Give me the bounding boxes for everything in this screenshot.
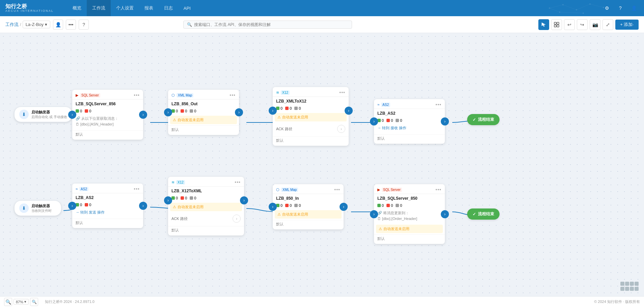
node-title-as2-2: LZB_AS2 xyxy=(72,193,143,201)
node-sqlserver-856[interactable]: › ▶ SQL Server ••• LZB_SQLServer_856 0 0… xyxy=(72,90,143,140)
search-input[interactable] xyxy=(194,22,348,27)
connector-in-x12-2[interactable]: › xyxy=(164,196,172,204)
end-node-2[interactable]: ✓ 流程结束 xyxy=(467,208,500,220)
add-button[interactable]: + 添加· xyxy=(615,20,639,30)
node-header-x12-2: ≋ X12 ••• xyxy=(168,177,244,187)
node-header-xml1: ⬡ XML Map ••• xyxy=(168,90,239,100)
node-footer-sql1: 默认 xyxy=(72,130,143,140)
more-options-button[interactable]: ••• xyxy=(66,20,76,30)
search-icon: 🔍 xyxy=(187,22,192,27)
node-xmlmap-850in[interactable]: › ⬡ XML Map ••• LZB_850_In 0 0 0 ⚠ xyxy=(273,184,344,229)
xmlmap-icon: ⬡ xyxy=(171,93,175,97)
node-more-sql1[interactable]: ••• xyxy=(134,92,140,98)
connector-out-as2-1[interactable]: › xyxy=(441,117,449,125)
connector-in-as2-2[interactable]: › xyxy=(68,202,76,210)
nav-log[interactable]: 日志 xyxy=(159,0,178,16)
as2-icon-2: ≈ xyxy=(76,187,78,191)
connector-in-sql1[interactable]: › xyxy=(68,111,76,119)
nav-personal[interactable]: 个人设置 xyxy=(111,0,139,16)
help-button[interactable]: ? xyxy=(79,20,89,30)
node-title-x12-1: LZB_XMLToX12 xyxy=(273,97,349,105)
connector-out-xml1[interactable]: › xyxy=(235,108,243,116)
node-more-as2-2[interactable]: ••• xyxy=(134,186,140,192)
connector-out-xml2[interactable]: › xyxy=(340,203,348,211)
undo-button[interactable]: ↩ xyxy=(564,19,575,30)
svg-point-3 xyxy=(589,3,591,5)
screenshot-button[interactable]: 📷 xyxy=(590,19,600,30)
x12-icon-2: ≋ xyxy=(171,180,175,185)
node-title-sql2: LZB_SQLServer_850 xyxy=(374,194,445,202)
node-as2-top[interactable]: › ≈ AS2 ••• LZB_AS2 0 0 0 → 转到 接收 操作 xyxy=(374,99,445,144)
select-tool-button[interactable] xyxy=(538,19,549,30)
node-title-xml1: LZB_856_Out xyxy=(168,100,239,108)
node-sqlserver-850[interactable]: › ▶ SQL Server ••• LZB_SQLServer_850 0 0… xyxy=(374,184,445,244)
layout-button[interactable] xyxy=(551,19,562,30)
nav-right-actions: ⚙ ? 👤 xyxy=(602,3,639,13)
as2-receive-link[interactable]: → 转到 接收 操作 xyxy=(377,126,406,130)
node-info-as2-2: → 转到 发送 操作 xyxy=(72,208,143,217)
zoom-level-display[interactable]: 87% ▾ xyxy=(14,299,29,305)
ack-label-x12-2: ACK 路径 xyxy=(171,216,188,221)
nav-workflow[interactable]: 工作流 xyxy=(87,0,111,16)
svg-point-6 xyxy=(583,12,584,14)
node-stats-x12-1: 0 0 0 xyxy=(273,105,349,112)
node-more-xml2[interactable]: ••• xyxy=(334,187,340,192)
node-x12-x12toxml[interactable]: › ≋ X12 ••• LZB_X12ToXML 0 0 0 ⚠ xyxy=(168,177,244,235)
node-x12-xmltox12[interactable]: › ≋ X12 ••• LZB_XMLToX12 0 0 0 ⚠ xyxy=(273,87,349,146)
nav-api[interactable]: API xyxy=(178,0,196,16)
node-more-xml1[interactable]: ••• xyxy=(230,92,236,98)
expand-button[interactable]: ⤢ xyxy=(602,19,613,30)
connector-out-sql2[interactable]: › xyxy=(441,210,449,218)
connector-out-as2-2[interactable]: › xyxy=(139,202,147,210)
svg-point-5 xyxy=(559,11,560,13)
end-node-1[interactable]: ✓ 流程结束 xyxy=(467,114,500,125)
node-as2-bottom[interactable]: › ≈ AS2 ••• LZB_AS2 0 0 → 转到 发送 操作 默认 › xyxy=(72,184,143,228)
svg-line-9 xyxy=(576,4,590,10)
ack-arrow-x12-1[interactable]: › xyxy=(337,125,345,133)
nav-overview[interactable]: 概览 xyxy=(67,0,87,16)
node-more-sql2[interactable]: ••• xyxy=(435,187,441,192)
trigger-node-1[interactable]: ⬇ 启动触发器 启用自动化 或 手动接收 xyxy=(14,107,72,122)
connector-in-xml1[interactable]: › xyxy=(164,108,172,116)
node-header-as2-1: ≈ AS2 ••• xyxy=(374,99,445,109)
breadcrumb: 工作流 / La-Z-Boy ▾ xyxy=(5,21,50,28)
workflow-toolbar: 工作流 / La-Z-Boy ▾ 👤 ••• ? 🔍 ↩ ↪ 📷 ⤢ xyxy=(0,16,644,33)
node-more-x12-1[interactable]: ••• xyxy=(339,90,345,95)
connector-out-x12-2[interactable]: › xyxy=(240,196,248,204)
settings-icon[interactable]: ⚙ xyxy=(602,3,612,13)
toolbar-right: ↩ ↪ 📷 ⤢ + 添加· xyxy=(538,19,639,30)
breadcrumb-workflow-select[interactable]: La-Z-Boy ▾ xyxy=(23,21,50,28)
svg-line-8 xyxy=(563,5,576,10)
node-more-x12-2[interactable]: ••• xyxy=(235,179,241,185)
workflow-canvas[interactable]: ⬇ 启动触发器 启用自动化 或 手动接收 › ▶ SQL Server ••• … xyxy=(0,33,644,296)
end-label-1: 流程结束 xyxy=(478,117,494,122)
connector-in-as2-1[interactable]: › xyxy=(370,117,378,125)
node-header-xml2: ⬡ XML Map ••• xyxy=(273,184,344,194)
connector-out-sql1[interactable]: › xyxy=(139,111,147,119)
nav-report[interactable]: 报表 xyxy=(139,0,159,16)
node-info-as2-1: → 转到 接收 操作 xyxy=(374,124,445,133)
zoom-out-button[interactable]: 🔍 xyxy=(4,298,12,306)
breadcrumb-root[interactable]: 工作流 xyxy=(5,22,19,28)
user-button[interactable]: 👤 xyxy=(53,20,63,30)
app-logo[interactable]: 知行之桥 AECUX INTERNATIONAL xyxy=(5,3,54,12)
node-warn-x12-1: ⚠ 自动发送未启用 xyxy=(275,113,347,121)
help-icon[interactable]: ? xyxy=(616,3,625,13)
connector-in-xml2[interactable]: › xyxy=(269,203,277,211)
ack-arrow-x12-2[interactable]: › xyxy=(233,215,241,223)
connector-in-sql2[interactable]: › xyxy=(370,210,378,218)
connector-out-x12-1[interactable]: › xyxy=(345,107,353,115)
trigger-node-2[interactable]: ⬇ 启动触发器 当收到文件时 xyxy=(14,200,61,216)
trigger-label-1: 启动触发器 xyxy=(31,110,67,114)
connector-in-x12-1[interactable]: › xyxy=(269,107,277,115)
node-title-sql1: LZB_SQLServer_856 xyxy=(72,100,143,108)
redo-button[interactable]: ↪ xyxy=(577,19,588,30)
as2-send-link[interactable]: → 转到 发送 操作 xyxy=(76,210,105,214)
search-container: 🔍 xyxy=(183,21,352,29)
node-xmlmap-856out[interactable]: › ⬡ XML Map ••• LZB_856_Out 0 0 0 ⚠ xyxy=(168,90,239,135)
zoom-in-button[interactable]: 🔍 xyxy=(30,298,38,306)
node-more-as2-1[interactable]: ••• xyxy=(435,102,441,107)
svg-rect-16 xyxy=(557,25,559,27)
user-icon[interactable]: 👤 xyxy=(629,3,639,13)
node-stats-sql1: 0 0 xyxy=(72,108,143,114)
